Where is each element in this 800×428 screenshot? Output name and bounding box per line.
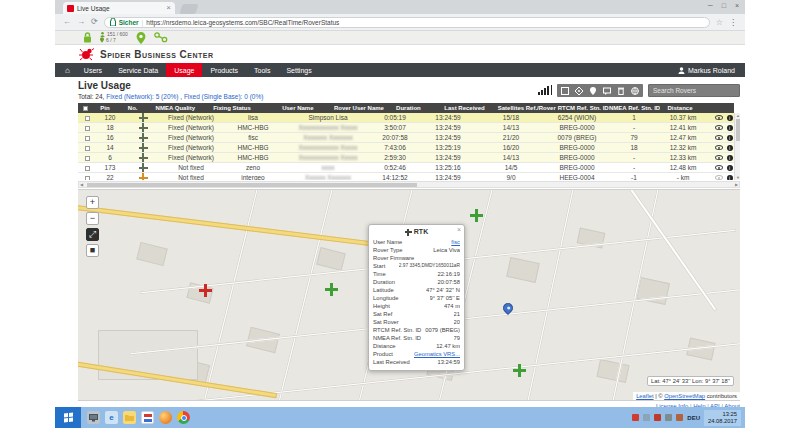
taskbar-clock[interactable]: 13:25 24.08.2017 <box>704 410 741 426</box>
view-on-map-eye-icon[interactable] <box>715 165 723 170</box>
reload-icon[interactable]: ⟳ <box>91 17 98 27</box>
row-checkbox[interactable] <box>85 176 90 180</box>
back-icon[interactable]: ← <box>63 17 71 27</box>
table-row[interactable]: 14Fixed (Network)HMC-HBGXxxxxxxxxxxx Xxx… <box>78 143 740 153</box>
pin-cell[interactable] <box>78 173 96 181</box>
table-row[interactable]: 6Fixed (Network)HMC-HBGXxxxxxxxxxxx Xxxx… <box>78 153 740 163</box>
column-header-satellites-ref-rover[interactable]: Satellites Ref./Rover <box>496 103 557 113</box>
pin-cell[interactable] <box>78 143 96 153</box>
new-tab-button[interactable] <box>179 4 198 14</box>
column-header-distance[interactable]: Distance <box>660 103 700 113</box>
zoom-out-button[interactable]: − <box>86 212 99 225</box>
target-icon[interactable] <box>575 87 583 95</box>
popup-close-icon[interactable]: × <box>457 226 461 233</box>
tray-flag-icon[interactable] <box>643 414 650 421</box>
leaflet-map[interactable]: + − ⤢ ■ × RTK User NamefiscRover TypeLei… <box>78 189 740 401</box>
row-checkbox[interactable] <box>85 126 90 131</box>
nav-item-products[interactable]: Products <box>202 63 246 77</box>
row-checkbox[interactable] <box>85 166 90 171</box>
nav-item-tools[interactable]: Tools <box>246 63 278 77</box>
rover-marker-green[interactable] <box>470 209 483 222</box>
tray-audio-icon[interactable] <box>676 414 683 421</box>
table-row[interactable]: 18Fixed (Network)HMC-HBGXxxxxxxxxxxx Xxx… <box>78 123 740 133</box>
column-header-user-name[interactable]: User Name <box>262 103 334 113</box>
column-header-last-received[interactable]: Last Received <box>433 103 496 113</box>
osm-link[interactable]: OpenStreetMap <box>664 393 705 399</box>
table-row[interactable]: 16Fixed (Network)fiscXxxxxxx Xxxxxxx20:0… <box>78 133 740 143</box>
tray-shield-icon[interactable] <box>665 414 672 421</box>
tray-security-icon[interactable] <box>654 414 661 421</box>
folder-icon[interactable] <box>123 411 136 424</box>
pin-cell[interactable] <box>78 123 96 133</box>
view-on-map-eye-icon[interactable] <box>715 125 723 130</box>
start-button[interactable] <box>55 407 81 428</box>
browser-tab[interactable]: Live Usage × <box>63 2 175 14</box>
table-vertical-scrollbar[interactable]: ▲▼ <box>734 113 740 180</box>
fullscreen-button[interactable]: ⤢ <box>86 228 99 241</box>
table-icon[interactable] <box>561 87 569 95</box>
nav-item-settings[interactable]: Settings <box>278 63 319 77</box>
message-icon[interactable] <box>603 87 611 95</box>
column-header-nmea-quality[interactable]: NMEA Quality <box>148 103 202 113</box>
column-header-no-[interactable]: No. <box>117 103 149 113</box>
leaflet-link[interactable]: Leaflet <box>636 393 653 399</box>
firefox-icon[interactable] <box>159 411 172 424</box>
view-on-map-eye-icon[interactable] <box>715 115 723 120</box>
nav-item-users[interactable]: Users <box>76 63 110 77</box>
column-header-rtcm-ref-stn-id[interactable]: RTCM Ref. Stn. ID <box>557 103 609 113</box>
address-bar[interactable]: Sicher | https://nrsdemo.leica-geosystem… <box>104 17 710 28</box>
tab-close-icon[interactable]: × <box>166 4 171 12</box>
details-info-icon[interactable]: i <box>727 145 733 151</box>
trash-icon[interactable] <box>617 87 625 95</box>
desktop-app-icon[interactable] <box>87 411 100 424</box>
details-info-icon[interactable]: i <box>727 125 733 131</box>
row-checkbox[interactable] <box>85 136 90 141</box>
globe-icon[interactable] <box>631 87 639 95</box>
row-checkbox[interactable] <box>85 116 90 121</box>
column-header-rover-user-name[interactable]: Rover User Name <box>334 103 384 113</box>
nav-item-service-data[interactable]: Service Data <box>110 63 166 77</box>
column-header-duration[interactable]: Duration <box>384 103 433 113</box>
zoom-in-button[interactable]: + <box>86 196 99 209</box>
close-icon[interactable]: × <box>735 2 739 9</box>
table-row[interactable]: 173Not fixedzenoxxxx0:52:4613:25:1614/5B… <box>78 163 740 173</box>
network-status-icon[interactable] <box>154 32 168 43</box>
rover-marker-green[interactable] <box>325 283 338 296</box>
pin-icon[interactable] <box>589 87 597 95</box>
extent-button[interactable]: ■ <box>86 244 99 257</box>
details-info-icon[interactable]: i <box>727 115 733 121</box>
chart-bars-icon[interactable] <box>538 86 552 95</box>
bookmark-star-icon[interactable]: ☆ <box>716 18 723 27</box>
rover-marker-green[interactable] <box>513 364 526 377</box>
maximize-icon[interactable]: □ <box>722 2 726 9</box>
details-info-icon[interactable]: i <box>727 175 733 181</box>
column-header-fixing-status[interactable]: Fixing Status <box>202 103 262 113</box>
forward-icon[interactable]: → <box>77 17 85 27</box>
column-header-nmea-ref-stn-id[interactable]: NMEA Ref. Stn. ID <box>609 103 660 113</box>
editor-app-icon[interactable] <box>141 411 154 424</box>
row-checkbox[interactable] <box>85 156 90 161</box>
pin-cell[interactable] <box>78 163 96 173</box>
search-input[interactable] <box>648 84 740 97</box>
language-indicator[interactable]: DEU <box>687 415 700 421</box>
minimize-icon[interactable]: ─ <box>708 2 713 9</box>
home-icon[interactable]: ⌂ <box>65 66 70 75</box>
details-info-icon[interactable]: i <box>727 155 733 161</box>
details-info-icon[interactable]: i <box>727 165 733 171</box>
row-checkbox[interactable] <box>85 146 90 151</box>
details-info-icon[interactable]: i <box>727 135 733 141</box>
table-row[interactable]: 120Fixed (Network)lisaSimpson Lisa0:05:1… <box>78 113 740 123</box>
select-all-checkbox[interactable] <box>83 106 88 111</box>
view-on-map-eye-icon[interactable] <box>715 135 723 140</box>
view-on-map-eye-icon[interactable] <box>715 155 723 160</box>
table-row[interactable]: 22Not fixedintergeoXxxxxx Xxxxxxx14:12:5… <box>78 173 740 181</box>
pin-cell[interactable] <box>78 113 96 123</box>
account-menu[interactable]: Markus Roland <box>678 67 735 74</box>
internet-explorer-icon[interactable]: e <box>105 411 118 424</box>
browser-menu-icon[interactable]: ⋮ <box>729 18 737 27</box>
chrome-icon[interactable] <box>177 411 190 424</box>
tray-app-icon[interactable] <box>632 414 639 421</box>
table-horizontal-scrollbar[interactable]: ◀▶ <box>78 181 740 188</box>
pin-cell[interactable] <box>78 153 96 163</box>
nav-item-usage[interactable]: Usage <box>166 63 202 77</box>
